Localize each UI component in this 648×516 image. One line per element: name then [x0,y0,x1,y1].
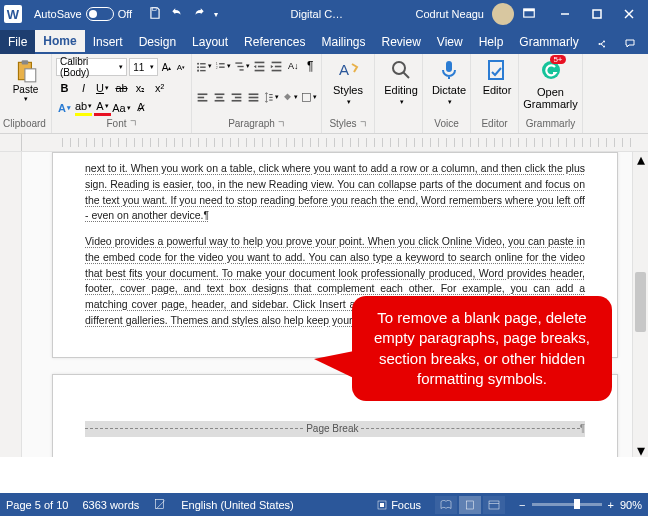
status-words[interactable]: 6363 words [82,499,139,511]
grow-font-icon[interactable]: A▴ [160,60,172,74]
page-break-marker[interactable]: Page Break ¶ [85,421,585,437]
maximize-button[interactable] [582,3,612,25]
tab-file[interactable]: File [0,30,35,54]
svg-rect-20 [219,63,225,64]
align-left-icon[interactable] [196,89,210,105]
change-case-icon[interactable]: Aa▾ [113,99,130,116]
zoom-out-button[interactable]: − [519,499,525,511]
svg-rect-47 [302,93,310,101]
paste-button[interactable]: Paste ▾ [4,58,47,103]
voice-group: Dictate▾ Voice [423,54,471,133]
line-spacing-icon[interactable]: ▾ [263,89,279,105]
toggle-off-icon[interactable] [86,7,114,21]
scroll-down-icon[interactable]: ▾ [633,443,648,457]
paragraph-group-label: Paragraph [228,118,275,129]
shrink-font-icon[interactable]: A▾ [175,60,187,74]
svg-rect-38 [232,93,242,95]
svg-rect-59 [489,501,499,509]
horizontal-ruler[interactable] [0,134,648,152]
close-button[interactable] [614,3,644,25]
svg-line-50 [403,72,409,78]
tab-references[interactable]: References [236,30,313,54]
svg-point-8 [603,46,605,48]
svg-rect-54 [156,499,164,508]
svg-rect-4 [593,10,601,18]
ribbon-display-icon[interactable] [522,6,536,22]
vertical-scrollbar[interactable]: ▴ ▾ [632,152,648,457]
paragraph-group: ▾ 12▾ ▾ A↓ ¶ ▾ ▾ ▾ Paragraph [192,54,322,133]
read-mode-icon[interactable] [435,496,457,514]
italic-button[interactable]: I [75,80,92,97]
tab-view[interactable]: View [429,30,471,54]
underline-button[interactable]: U▾ [94,80,111,97]
decrease-indent-icon[interactable] [253,58,267,74]
tab-review[interactable]: Review [373,30,428,54]
grammarly-group: Open Grammarly Grammarly [519,54,583,133]
sort-icon[interactable]: A↓ [287,58,301,74]
undo-icon[interactable] [170,6,184,22]
strike-button[interactable]: ab [113,80,130,97]
comments-button[interactable] [618,34,642,54]
text-effects-icon[interactable]: A▾ [56,99,73,116]
clipboard-group-label: Clipboard [3,118,46,129]
tab-help[interactable]: Help [471,30,512,54]
print-layout-icon[interactable] [459,496,481,514]
zoom-control[interactable]: − + 90% [519,499,642,511]
user-name[interactable]: Codrut Neagu [416,8,485,20]
status-page[interactable]: Page 5 of 10 [6,499,68,511]
bullets-icon[interactable]: ▾ [196,58,212,74]
redo-icon[interactable] [192,6,206,22]
clear-format-icon[interactable]: A̷ [132,99,149,116]
share-button[interactable] [590,34,614,54]
svg-rect-30 [275,65,282,67]
justify-icon[interactable] [246,89,260,105]
shading-icon[interactable]: ▾ [282,89,298,105]
focus-mode-button[interactable]: Focus [376,499,421,511]
superscript-button[interactable]: x² [151,80,168,97]
tab-insert[interactable]: Insert [85,30,131,54]
dictate-button[interactable]: Dictate▾ [427,56,471,108]
svg-rect-2 [524,9,535,11]
svg-rect-43 [248,99,258,101]
tab-mailings[interactable]: Mailings [313,30,373,54]
scrollbar-thumb[interactable] [635,272,646,332]
status-proofing-icon[interactable] [153,497,167,513]
styles-group-label: Styles [329,118,356,129]
font-size-combo[interactable]: 11▾ [129,58,158,76]
show-marks-icon[interactable]: ¶ [303,58,317,74]
font-name-combo[interactable]: Calibri (Body)▾ [56,58,127,76]
word-logo-icon: W [4,5,22,23]
tab-design[interactable]: Design [131,30,184,54]
bold-button[interactable]: B [56,80,73,97]
borders-icon[interactable]: ▾ [301,89,317,105]
increase-indent-icon[interactable] [270,58,284,74]
status-language[interactable]: English (United States) [181,499,294,511]
editing-button[interactable]: Editing▾ [379,56,423,108]
subscript-button[interactable]: x₂ [132,80,149,97]
align-right-icon[interactable] [230,89,244,105]
font-color-icon[interactable]: A▾ [94,99,111,116]
tab-grammarly[interactable]: Grammarly [511,30,586,54]
zoom-percent[interactable]: 90% [620,499,642,511]
autosave-toggle[interactable]: AutoSave Off [34,7,132,21]
svg-rect-41 [248,93,258,95]
vertical-ruler[interactable] [0,152,22,457]
save-icon[interactable] [148,6,162,22]
highlight-icon[interactable]: ab▾ [75,99,92,116]
tab-layout[interactable]: Layout [184,30,236,54]
minimize-button[interactable] [550,3,580,25]
doc-paragraph-1[interactable]: next to it. When you work on a table, cl… [85,162,585,221]
scroll-up-icon[interactable]: ▴ [633,152,648,166]
editor-button[interactable]: Editor [475,56,519,98]
zoom-slider[interactable] [532,503,602,506]
multilevel-icon[interactable]: ▾ [234,58,250,74]
web-layout-icon[interactable] [483,496,505,514]
svg-rect-27 [258,65,265,67]
tab-home[interactable]: Home [35,30,84,54]
numbering-icon[interactable]: 12▾ [215,58,231,74]
grammarly-button[interactable]: Open Grammarly [523,56,578,112]
align-center-icon[interactable] [213,89,227,105]
styles-button[interactable]: A Styles▾ [326,56,370,108]
user-avatar-icon[interactable] [492,3,514,25]
zoom-in-button[interactable]: + [608,499,614,511]
